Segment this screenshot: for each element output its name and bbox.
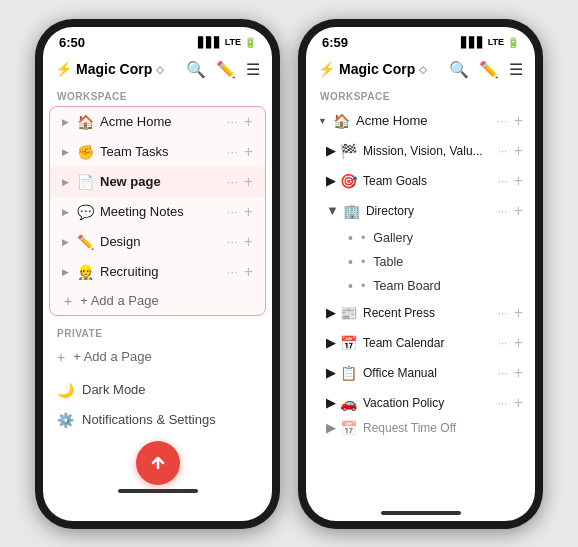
add-page-private-1[interactable]: + + Add a Page — [43, 343, 272, 371]
dots-vacation-policy-2[interactable]: ··· — [498, 396, 508, 410]
plus-4[interactable]: + — [244, 203, 253, 221]
sidebar-item-team-calendar-2[interactable]: ▶ 📅 Team Calendar ··· + — [306, 328, 535, 358]
dots-3[interactable]: ··· — [227, 174, 238, 189]
dots-6[interactable]: ··· — [227, 264, 238, 279]
plus-3[interactable]: + — [244, 173, 253, 191]
add-page-priv-label-1: + Add a Page — [73, 349, 151, 364]
edit-icon-2[interactable]: ✏️ — [479, 60, 499, 79]
arrow-icon: ▶ — [62, 267, 72, 277]
notifications-item-1[interactable]: ⚙️ Notifications & Settings — [43, 405, 272, 435]
sidebar-item-recent-press-2[interactable]: ▶ 📰 Recent Press ··· + — [306, 298, 535, 328]
plus-recent-press-2[interactable]: + — [514, 304, 523, 322]
plus-acme-2[interactable]: + — [514, 112, 523, 130]
arrow-directory-2: ▼ — [326, 203, 339, 218]
plus-2[interactable]: + — [244, 143, 253, 161]
lte-label-2: LTE — [488, 37, 504, 47]
plus-team-goals-2[interactable]: + — [514, 172, 523, 190]
workspace-label-2: Magic Corp — [339, 61, 415, 77]
bullet-table-2: • — [361, 255, 365, 269]
plus-team-calendar-2[interactable]: + — [514, 334, 523, 352]
sidebar-item-mission-2[interactable]: ▶ 🏁 Mission, Vision, Valu... ··· + — [306, 136, 535, 166]
workspace-name-1[interactable]: ⚡ Magic Corp ◇ — [55, 61, 186, 77]
sidebar-item-vacation-policy-2[interactable]: ▶ 🚗 Vacation Policy ··· + — [306, 388, 535, 418]
dark-mode-item-1[interactable]: 🌙 Dark Mode — [43, 375, 272, 405]
edit-icon-1[interactable]: ✏️ — [216, 60, 236, 79]
battery-icon-1: 🔋 — [244, 37, 256, 48]
arrow-up-container — [43, 441, 272, 485]
gear-icon-1: ⚙️ — [57, 412, 74, 428]
sidebar-item-new-page-1[interactable]: ▶ 📄 New page ··· + — [50, 167, 265, 197]
add-page-workspace-1[interactable]: + + Add a Page — [50, 287, 265, 315]
sidebar-item-team-goals-2[interactable]: ▶ 🎯 Team Goals ··· + — [306, 166, 535, 196]
plus-mission-2[interactable]: + — [514, 142, 523, 160]
menu-icon-2[interactable]: ☰ — [509, 60, 523, 79]
acme-label-2: Acme Home — [356, 113, 497, 128]
sidebar-sub-table-2[interactable]: • Table — [306, 250, 535, 274]
time-2: 6:59 — [322, 35, 348, 50]
workspace-name-2[interactable]: ⚡ Magic Corp ◇ — [318, 61, 449, 77]
mission-emoji-2: 🏁 — [340, 143, 357, 159]
request-time-off-label-2: Request Time Off — [363, 421, 523, 435]
search-icon-2[interactable]: 🔍 — [449, 60, 469, 79]
arrow-icon: ▶ — [62, 237, 72, 247]
up-arrow-button[interactable] — [136, 441, 180, 485]
sidebar-item-directory-2[interactable]: ▼ 🏢 Directory ··· + — [306, 196, 535, 226]
lightning-icon-1: ⚡ — [55, 61, 72, 77]
bottom-items-1: 🌙 Dark Mode ⚙️ Notifications & Settings — [43, 371, 272, 439]
plus-vacation-policy-2[interactable]: + — [514, 394, 523, 412]
caret-icon-2: ◇ — [419, 64, 427, 75]
top-bar-2: ⚡ Magic Corp ◇ 🔍 ✏️ ☰ — [306, 54, 535, 85]
caret-icon-1: ◇ — [156, 64, 164, 75]
sidebar-item-design-1[interactable]: ▶ ✏️ Design ··· + — [50, 227, 265, 257]
time-1: 6:50 — [59, 35, 85, 50]
team-calendar-emoji-2: 📅 — [340, 335, 357, 351]
arrow-vacation-policy-2: ▶ — [326, 395, 336, 410]
meeting-notes-emoji-1: 💬 — [77, 204, 94, 220]
dots-directory-2[interactable]: ··· — [498, 204, 508, 218]
arrow-icon: ▶ — [62, 207, 72, 217]
status-bar-1: 6:50 ▋▋▋ LTE 🔋 — [43, 27, 272, 54]
plus-directory-2[interactable]: + — [514, 202, 523, 220]
menu-icon-1[interactable]: ☰ — [246, 60, 260, 79]
sidebar-sub-gallery-2[interactable]: • Gallery — [306, 226, 535, 250]
team-calendar-label-2: Team Calendar — [363, 336, 498, 350]
up-arrow-icon — [148, 453, 168, 473]
team-tasks-emoji-1: ✊ — [77, 144, 94, 160]
dots-2[interactable]: ··· — [227, 144, 238, 159]
plus-1[interactable]: + — [244, 113, 253, 131]
sidebar-item-acme-home-2[interactable]: ▼ 🏠 Acme Home ··· + — [306, 106, 535, 136]
sidebar-sub-team-board-2[interactable]: • Team Board — [306, 274, 535, 298]
top-icons-2: 🔍 ✏️ ☰ — [449, 60, 523, 79]
sidebar-item-meeting-notes-1[interactable]: ▶ 💬 Meeting Notes ··· + — [50, 197, 265, 227]
dots-4[interactable]: ··· — [227, 204, 238, 219]
signal-icon-2: ▋▋▋ — [461, 37, 485, 48]
search-icon-1[interactable]: 🔍 — [186, 60, 206, 79]
sidebar-item-request-time-off-2[interactable]: ▶ 📅 Request Time Off — [306, 418, 535, 438]
dots-office-manual-2[interactable]: ··· — [498, 366, 508, 380]
dots-1[interactable]: ··· — [227, 114, 238, 129]
team-goals-label-2: Team Goals — [363, 174, 498, 188]
dots-acme-2[interactable]: ··· — [497, 113, 508, 128]
vacation-policy-emoji-2: 🚗 — [340, 395, 357, 411]
sidebar-item-acme-home-1[interactable]: ▶ 🏠 Acme Home ··· + — [50, 107, 265, 137]
sidebar-item-team-tasks-1[interactable]: ▶ ✊ Team Tasks ··· + — [50, 137, 265, 167]
dots-mission-2[interactable]: ··· — [498, 144, 508, 158]
battery-icon-2: 🔋 — [507, 37, 519, 48]
plus-6[interactable]: + — [244, 263, 253, 281]
lightning-icon-2: ⚡ — [318, 61, 335, 77]
dark-mode-label-1: Dark Mode — [82, 382, 146, 397]
plus-office-manual-2[interactable]: + — [514, 364, 523, 382]
dots-5[interactable]: ··· — [227, 234, 238, 249]
plus-5[interactable]: + — [244, 233, 253, 251]
moon-icon-1: 🌙 — [57, 382, 74, 398]
new-page-label-1: New page — [100, 174, 227, 189]
dots-team-calendar-2[interactable]: ··· — [498, 336, 508, 350]
dots-team-goals-2[interactable]: ··· — [498, 174, 508, 188]
recent-press-emoji-2: 📰 — [340, 305, 357, 321]
dots-recent-press-2[interactable]: ··· — [498, 306, 508, 320]
highlight-box-1: ▶ 🏠 Acme Home ··· + ▶ ✊ Team Tasks ··· +… — [49, 106, 266, 316]
top-icons-1: 🔍 ✏️ ☰ — [186, 60, 260, 79]
sidebar-item-office-manual-2[interactable]: ▶ 📋 Office Manual ··· + — [306, 358, 535, 388]
office-manual-label-2: Office Manual — [363, 366, 498, 380]
sidebar-item-recruiting-1[interactable]: ▶ 👷 Recruiting ··· + — [50, 257, 265, 287]
